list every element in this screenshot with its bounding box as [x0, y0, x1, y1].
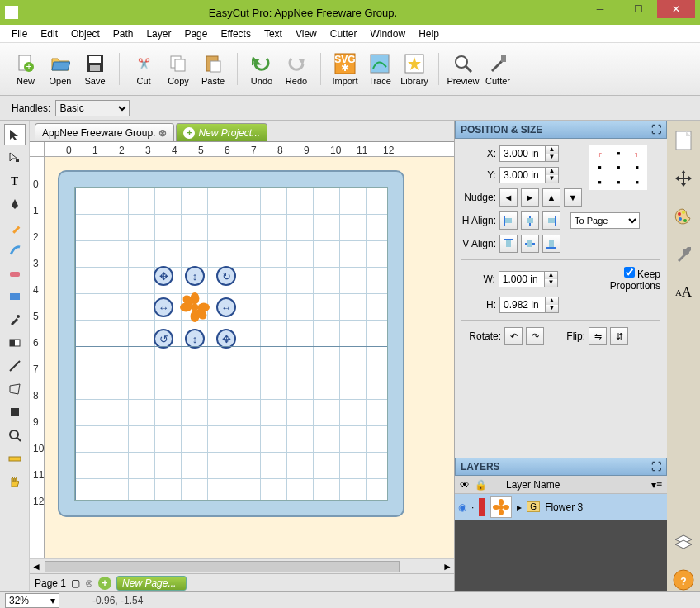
maximize-button[interactable]: ☐	[619, 0, 657, 18]
nudge-up-button[interactable]: ▲	[542, 188, 560, 207]
help-button[interactable]: ?	[672, 568, 695, 591]
move-panel-button[interactable]	[672, 167, 695, 190]
scroll-right-icon[interactable]: ►	[441, 561, 454, 572]
preview-button[interactable]: Preview	[446, 48, 480, 90]
expand-icon[interactable]: ▸	[517, 501, 522, 513]
flip-h-button[interactable]: ⇋	[589, 327, 607, 345]
handle-vert-icon[interactable]: ↕	[185, 329, 205, 349]
close-button[interactable]: ✕	[657, 0, 695, 18]
handle-horiz-icon[interactable]: ↔	[154, 297, 173, 317]
scroll-thumb[interactable]	[45, 561, 400, 572]
selected-object[interactable]: ✥ ↕ ↻ ↔ ↔ ↺ ↕ ✥	[154, 266, 236, 349]
menu-object[interactable]: Object	[64, 26, 106, 41]
hand-tool[interactable]	[4, 471, 26, 492]
color-palette-button[interactable]	[672, 205, 695, 228]
menu-page[interactable]: Page	[177, 26, 214, 41]
w-spinner[interactable]: ▲▼	[545, 271, 558, 287]
paste-button[interactable]: Paste	[196, 48, 230, 90]
distort-tool[interactable]	[4, 378, 26, 400]
horizontal-scrollbar[interactable]: ◄►	[30, 558, 454, 573]
open-button[interactable]: Open	[43, 48, 78, 90]
edit-points-tool[interactable]	[4, 147, 26, 169]
keep-proportions-checkbox[interactable]	[624, 267, 635, 278]
panel-expand-icon[interactable]: ⛶	[651, 461, 661, 473]
menu-help[interactable]: Help	[412, 26, 446, 41]
vertical-ruler[interactable]: 0123456789101112	[30, 157, 45, 558]
position-size-header[interactable]: POSITION & SIZE⛶	[455, 121, 667, 139]
layer-dot-icon[interactable]: ·	[471, 501, 474, 513]
crop-tool[interactable]	[4, 401, 26, 423]
handle-rotate-icon[interactable]: ↻	[216, 266, 236, 286]
tab-document-1[interactable]: AppNee Freeware Group.⊗	[35, 123, 174, 141]
page-close-icon[interactable]: ⊗	[85, 577, 93, 589]
x-input[interactable]	[499, 145, 546, 162]
menu-window[interactable]: Window	[363, 26, 412, 41]
add-page-icon[interactable]: +	[98, 577, 111, 590]
canvas-viewport[interactable]: ✥ ↕ ↻ ↔ ↔ ↺ ↕ ✥	[45, 157, 454, 558]
handles-select[interactable]: Basic	[55, 100, 130, 116]
handle-vert-icon[interactable]: ↕	[185, 266, 205, 286]
panel-expand-icon[interactable]: ⛶	[651, 124, 661, 135]
valign-bottom-button[interactable]	[542, 235, 560, 253]
flower-shape[interactable]	[180, 292, 210, 322]
page-label[interactable]: Page 1	[35, 577, 66, 589]
knife-tool[interactable]	[4, 355, 26, 377]
trace-button[interactable]: Trace	[362, 48, 397, 90]
minimize-button[interactable]: ─	[581, 0, 619, 18]
y-input[interactable]	[499, 167, 546, 183]
align-to-select[interactable]: To Page	[570, 212, 640, 229]
x-spinner[interactable]: ▲▼	[546, 145, 559, 162]
layers-toggle-button[interactable]	[672, 530, 695, 553]
zoom-select[interactable]: 32%▾	[5, 593, 59, 608]
pencil-tool[interactable]	[4, 216, 26, 238]
layer-color-swatch[interactable]	[479, 498, 485, 516]
layer-menu-icon[interactable]: ▾≡	[651, 479, 662, 491]
new-button[interactable]: +New	[8, 48, 43, 90]
layers-header[interactable]: LAYERS⛶	[455, 458, 667, 476]
h-input[interactable]	[499, 297, 546, 313]
menu-view[interactable]: View	[289, 26, 324, 41]
menu-text[interactable]: Text	[258, 26, 289, 41]
valign-middle-button[interactable]	[521, 235, 539, 253]
redo-button[interactable]: Redo	[279, 48, 314, 90]
w-input[interactable]	[499, 271, 545, 287]
halign-right-button[interactable]	[542, 211, 560, 230]
wrench-button[interactable]	[672, 243, 695, 266]
nudge-right-button[interactable]: ►	[521, 188, 539, 207]
menu-effects[interactable]: Effects	[214, 26, 257, 41]
valign-top-button[interactable]	[499, 235, 518, 253]
menu-cutter[interactable]: Cutter	[324, 26, 364, 41]
horizontal-ruler[interactable]: 0123456789101112	[45, 142, 454, 157]
save-button[interactable]: Save	[78, 48, 112, 90]
cutter-button[interactable]: Cutter	[480, 48, 515, 90]
undo-button[interactable]: Undo	[244, 48, 279, 90]
rotate-cw-button[interactable]: ↷	[526, 327, 544, 345]
gradient-tool[interactable]	[4, 332, 26, 354]
close-icon[interactable]: ⊗	[158, 127, 167, 139]
menu-path[interactable]: Path	[106, 26, 140, 41]
new-page-button[interactable]: New Page...	[116, 576, 187, 591]
eraser-tool[interactable]	[4, 263, 26, 284]
library-button[interactable]: Library	[397, 48, 432, 90]
text-tool[interactable]: T	[4, 170, 26, 192]
anchor-grid[interactable]: ┌■┐ ■■■ ■■■	[589, 145, 647, 190]
handle-horiz-icon[interactable]: ↔	[216, 297, 236, 317]
scroll-left-icon[interactable]: ◄	[30, 561, 43, 572]
copy-button[interactable]: Copy	[161, 48, 196, 90]
menu-edit[interactable]: Edit	[34, 26, 64, 41]
import-button[interactable]: SVG✱Import	[328, 48, 362, 90]
select-tool[interactable]	[4, 124, 26, 145]
nudge-left-button[interactable]: ◄	[499, 188, 518, 207]
rotate-ccw-button[interactable]: ↶	[504, 327, 523, 345]
handle-scale-icon[interactable]: ✥	[216, 329, 236, 349]
layer-name[interactable]: Flower 3	[545, 501, 583, 513]
measure-tool[interactable]	[4, 448, 26, 469]
eyedropper-tool[interactable]	[4, 309, 26, 330]
halign-left-button[interactable]	[499, 211, 518, 230]
tab-new-project[interactable]: +New Project...	[176, 123, 267, 141]
h-spinner[interactable]: ▲▼	[546, 297, 559, 313]
handle-move-icon[interactable]: ✥	[154, 266, 173, 286]
nudge-down-button[interactable]: ▼	[564, 188, 582, 207]
zoom-tool[interactable]	[4, 425, 26, 446]
menu-layer[interactable]: Layer	[140, 26, 177, 41]
